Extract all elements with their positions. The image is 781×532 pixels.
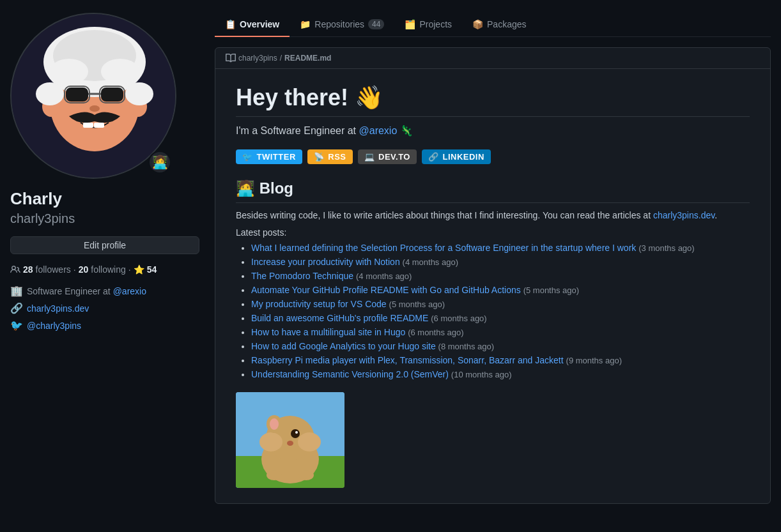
edit-profile-button[interactable]: Edit profile [10,236,199,254]
svg-point-26 [287,441,293,446]
readme-body: Hey there! 👋 I'm a Software Engineer at … [215,69,770,503]
post-link-9[interactable]: Understanding Semantic Versioning 2.0 (S… [251,369,449,379]
twitter-badge-icon: 🐦 [242,152,253,162]
tab-packages[interactable]: 📦 Packages [462,13,536,37]
post-item-4: My productivity setup for VS Code (5 mon… [251,299,750,309]
readme-title: Hey there! 👋 [236,84,750,117]
post-link-7[interactable]: How to add Google Analytics to your Hugo… [251,341,436,351]
followers-count[interactable]: 28 [23,264,33,275]
post-item-8: Raspberry Pi media player with Plex, Tra… [251,355,750,365]
tab-projects[interactable]: 🗂️ Projects [394,13,462,37]
post-link-1[interactable]: Increase your productivity with Notion [251,257,400,267]
linkedin-badge-icon: 🔗 [428,152,439,162]
tab-overview-label: Overview [240,19,279,29]
svg-point-24 [291,429,300,438]
hamster-svg [236,392,344,488]
website-link[interactable]: charly3pins.dev [27,303,89,314]
profile-name: Charly [10,189,199,209]
tab-repositories-label: Repositories [314,19,364,29]
tab-overview[interactable]: 📋 Overview [215,13,290,37]
stars-count[interactable]: 54 [147,264,157,275]
following-label: following [91,264,125,275]
svg-rect-6 [66,87,88,102]
rss-badge[interactable]: 📡 RSS [307,149,353,164]
devto-badge-label: DEV.TO [378,152,410,162]
readme-company-link[interactable]: @arexio [359,125,398,136]
following-count[interactable]: 20 [79,264,89,275]
breadcrumb-user: charly3pins [238,54,277,63]
post-link-6[interactable]: How to have a multilingual site in Hugo [251,327,405,337]
devto-badge[interactable]: 💻 DEV.TO [358,149,417,164]
people-icon [10,264,20,275]
profile-meta: 🏢 Software Engineer at @arexio 🔗 charly3… [10,285,199,331]
blog-description: Besides writing code, I like to write ar… [236,208,750,222]
link-icon: 🔗 [10,302,22,314]
post-item-0: What I learned defining the Selection Pr… [251,243,750,253]
overview-icon: 📋 [225,19,236,29]
packages-icon: 📦 [472,19,483,29]
building-icon: 🏢 [10,285,22,297]
tab-projects-label: Projects [419,19,452,29]
svg-rect-7 [101,87,123,102]
tab-packages-label: Packages [487,19,526,29]
svg-point-25 [295,431,298,434]
rss-badge-label: RSS [328,152,346,162]
post-time-1: (4 months ago) [403,257,458,267]
star-icon: ⭐ [134,264,144,275]
profile-username: charly3pins [10,211,199,226]
post-time-6: (6 months ago) [408,328,463,337]
repo-icon: 📁 [300,19,311,29]
twitter-icon: 🐦 [10,319,22,331]
blog-website-link[interactable]: charly3pins.dev [653,210,715,220]
readme-header: charly3pins / README.md [215,48,770,69]
svg-point-5 [101,59,139,84]
post-link-0[interactable]: What I learned defining the Selection Pr… [251,243,636,253]
svg-point-16 [36,82,64,105]
post-item-1: Increase your productivity with Notion (… [251,257,750,267]
linkedin-badge[interactable]: 🔗 LINKEDIN [422,149,491,164]
post-link-2[interactable]: The Pomodoro Technique [251,271,353,281]
breadcrumb-sep: / [280,54,282,63]
avatar-badge: 👩‍💻 [148,151,171,174]
twitter-link[interactable]: @charly3pins [27,321,81,331]
rss-badge-icon: 📡 [314,152,325,162]
post-time-8: (9 months ago) [566,356,622,365]
projects-icon: 🗂️ [405,19,415,29]
social-badges: 🐦 TWITTER 📡 RSS 💻 DEV.TO 🔗 LINKEDIN [236,149,750,164]
svg-point-28 [270,418,279,430]
twitter-badge-label: TWITTER [257,152,296,162]
tab-repositories[interactable]: 📁 Repositories 44 [290,13,394,37]
blog-title: 🧑‍💻 Blog [236,179,750,203]
post-link-8[interactable]: Raspberry Pi media player with Plex, Tra… [251,355,564,365]
main-content: 📋 Overview 📁 Repositories 44 🗂️ Projects… [215,13,771,504]
post-time-0: (3 months ago) [638,243,694,253]
post-link-5[interactable]: Build an awesome GitHub's profile README [251,313,428,323]
svg-rect-12 [83,123,93,128]
post-item-6: How to have a multilingual site in Hugo … [251,327,750,337]
sidebar: 👩‍💻 Charly charly3pins Edit profile 28 f… [10,13,199,504]
svg-point-29 [267,470,282,480]
followers-label: followers [36,264,71,275]
meta-website: 🔗 charly3pins.dev [10,302,199,314]
twitter-badge[interactable]: 🐦 TWITTER [236,149,302,164]
readme-subtitle: I'm a Software Engineer at @arexio 🦎 [236,125,750,137]
breadcrumb-file: README.md [284,54,331,63]
blog-section: 🧑‍💻 Blog Besides writing code, I like to… [236,179,750,488]
svg-point-11 [89,105,100,112]
post-item-3: Automate Your GitHub Profile README with… [251,285,750,295]
svg-point-23 [298,432,321,452]
job-text: Software Engineer at @arexio [27,286,146,296]
post-item-9: Understanding Semantic Versioning 2.0 (S… [251,369,750,379]
blog-image [236,392,344,488]
post-link-3[interactable]: Automate Your GitHub Profile README with… [251,285,521,295]
svg-point-30 [298,470,314,480]
post-item-7: How to add Google Analytics to your Hugo… [251,341,750,351]
subtitle-emoji: 🦎 [400,125,413,136]
post-item-5: Build an awesome GitHub's profile README… [251,313,750,323]
job-company-link[interactable]: @arexio [113,286,146,296]
svg-point-4 [50,59,88,84]
devto-badge-icon: 💻 [364,152,375,162]
post-time-5: (6 months ago) [431,314,486,323]
book-icon [226,53,236,63]
post-link-4[interactable]: My productivity setup for VS Code [251,299,387,309]
